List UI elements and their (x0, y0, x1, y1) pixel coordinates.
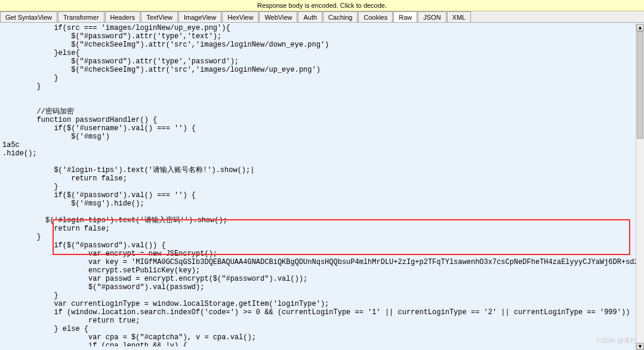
tab-textview[interactable]: TextView (141, 11, 178, 22)
tab-bar: Get SyntaxViewTransformerHeadersTextView… (0, 11, 644, 23)
tab-auth[interactable]: Auth (298, 11, 322, 22)
watermark: CSDN @青柠 (597, 336, 637, 345)
tab-json[interactable]: JSON (418, 11, 446, 22)
code-viewer[interactable]: if(src === 'images/loginNew/up_eye.png')… (0, 23, 644, 346)
scroll-down-arrow[interactable]: ▼ (636, 343, 644, 350)
tab-raw[interactable]: Raw (393, 11, 417, 22)
tab-headers[interactable]: Headers (105, 11, 141, 22)
tab-imageview[interactable]: ImageView (178, 11, 221, 22)
tab-hexview[interactable]: HexView (222, 11, 258, 22)
decode-banner[interactable]: Response body is encoded. Click to decod… (0, 0, 644, 11)
tab-webview[interactable]: WebView (259, 11, 297, 22)
decode-banner-text: Response body is encoded. Click to decod… (257, 2, 387, 9)
tab-xml[interactable]: XML (447, 11, 472, 22)
vertical-scrollbar[interactable]: ▲ ▼ (636, 24, 644, 350)
scroll-up-arrow[interactable]: ▲ (636, 24, 644, 31)
tab-caching[interactable]: Caching (323, 11, 358, 22)
tab-cookies[interactable]: Cookies (358, 11, 393, 22)
tab-get-syntaxview[interactable]: Get SyntaxView (0, 11, 57, 22)
tab-transformer[interactable]: Transformer (58, 11, 104, 22)
scroll-thumb[interactable] (637, 31, 643, 139)
